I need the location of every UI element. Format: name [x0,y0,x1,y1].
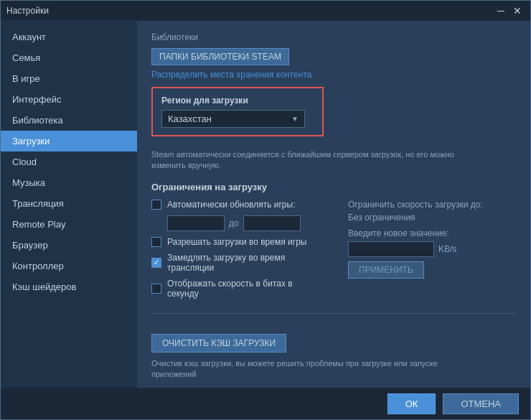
title-controls: ─ ✕ [494,5,525,17]
throttle-download-checkbox[interactable] [151,258,161,268]
sidebar-item-интерфейс[interactable]: Интерфейс [1,89,137,110]
auto-update-checkbox[interactable] [151,200,161,210]
sidebar-item-загрузки[interactable]: Загрузки [1,131,137,151]
libraries-button[interactable]: ПАПКИ БИБЛИОТЕКИ STEAM [151,48,289,65]
input-row-1: до [167,215,319,231]
sidebar-item-музыка[interactable]: Музыка [1,172,137,193]
distribute-link[interactable]: Распределить места хранения контента [151,70,311,80]
main-content: АккаунтСемьяВ игреИнтерфейсБиблиотекаЗаг… [1,21,530,388]
auto-update-input2[interactable] [243,215,301,231]
sidebar-item-контроллер[interactable]: Контроллер [1,256,137,276]
checkbox3-label: Замедлять загрузку во время трансляции [167,253,319,273]
ok-button[interactable]: ОК [387,393,436,414]
cancel-button[interactable]: ОТМЕНА [443,393,519,414]
checkbox-row-4: Отображать скорость в битах в секунду [151,279,319,299]
sidebar-item-аккаунт[interactable]: Аккаунт [1,27,137,47]
right-column: Ограничить скорость загрузки до: Без огр… [348,200,516,304]
region-value: Казахстан [168,113,212,124]
sidebar-item-cloud[interactable]: Cloud [1,151,137,172]
allow-downloads-checkbox[interactable] [151,237,161,247]
title-bar: Настройки ─ ✕ [1,1,530,21]
checkbox4-label: Отображать скорость в битах в секунду [167,279,319,299]
region-dropdown[interactable]: Казахстан ▼ [161,110,305,128]
sidebar-item-библиотека[interactable]: Библиотека [1,110,137,131]
checkbox-row-1: Автоматически обновлять игры: [151,200,319,210]
settings-window: Настройки ─ ✕ АккаунтСемьяВ игреИнтерфей… [0,0,531,420]
kbs-label: KB/s [438,244,456,254]
clear-cache-button[interactable]: ОЧИСТИТЬ КЭШ ЗАГРУЗКИ [151,334,286,353]
checkbox1-label: Автоматически обновлять игры: [167,200,295,210]
checkbox2-label: Разрешать загрузки во время игры [167,237,306,247]
minimize-button[interactable]: ─ [494,5,507,17]
sidebar-item-браузер[interactable]: Браузер [1,235,137,256]
show-bits-checkbox[interactable] [151,284,161,294]
auto-update-input[interactable] [167,215,225,231]
restrictions-section: Автоматически обновлять игры: до Разреша… [151,200,516,304]
sidebar-item-семья[interactable]: Семья [1,47,137,68]
main-panel: Библиотеки ПАПКИ БИБЛИОТЕКИ STEAM Распре… [137,21,530,388]
checkbox-row-3: Замедлять загрузку во время трансляции [151,253,319,273]
libraries-section-label: Библиотеки [151,32,516,42]
enter-value-label: Введите новое значение: [348,228,516,238]
sidebar-item-remote-play[interactable]: Remote Play [1,214,137,235]
footer: ОК ОТМЕНА [1,388,530,419]
sidebar: АккаунтСемьяВ игреИнтерфейсБиблиотекаЗаг… [1,21,137,388]
close-button[interactable]: ✕ [510,5,525,17]
region-box: Регион для загрузки Казахстан ▼ [151,87,324,136]
region-label: Регион для загрузки [161,95,314,106]
cache-info-text: Очистив кэш загрузки, вы можете решить п… [151,358,481,381]
left-column: Автоматически обновлять игры: до Разреша… [151,200,319,304]
sidebar-item-кэш-шейдеров[interactable]: Кэш шейдеров [1,276,137,297]
restrictions-label: Ограничения на загрузку [151,182,516,192]
region-info-text: Steam автоматически соединяется с ближай… [151,149,481,172]
dropdown-arrow-icon: ▼ [291,115,299,123]
kbs-row: KB/s [348,241,516,257]
kbs-input[interactable] [348,241,434,257]
sidebar-item-в-игре[interactable]: В игре [1,68,137,89]
apply-button[interactable]: ПРИМЕНИТЬ [348,261,424,279]
limit-label: Ограничить скорость загрузки до: [348,200,516,210]
sidebar-item-трансляция[interactable]: Трансляция [1,193,137,214]
window-title: Настройки [6,6,49,16]
divider [151,313,516,314]
no-limit-text: Без ограничения [348,213,516,223]
until-label: до [229,218,239,228]
checkbox-row-2: Разрешать загрузки во время игры [151,237,319,247]
